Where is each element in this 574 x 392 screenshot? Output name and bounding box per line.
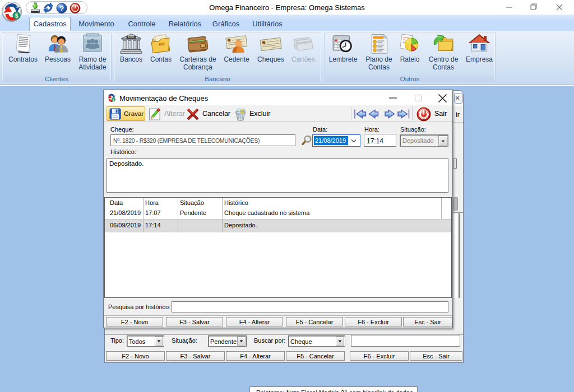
svg-text:$: $	[113, 98, 114, 101]
svg-text:?: ?	[59, 4, 64, 13]
svg-text:$: $	[15, 13, 18, 19]
svg-text:BANK: BANK	[128, 36, 136, 39]
